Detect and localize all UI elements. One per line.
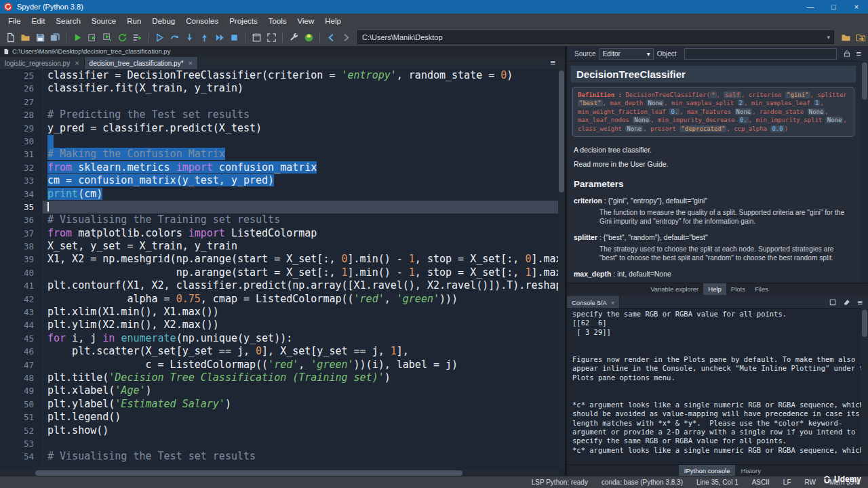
code-line-35[interactable]: 35 [0,201,558,214]
code-line-31[interactable]: 31# Making the Confusion Matrix [0,148,558,161]
menu-view[interactable]: View [292,17,320,25]
browse-tabs-icon[interactable]: ≡ [550,58,565,69]
preferences-icon[interactable] [286,30,301,44]
menu-source[interactable]: Source [86,17,121,25]
minimize-button[interactable]: — [799,0,822,14]
scrollbar-thumb[interactable] [559,70,564,192]
remove-variables-icon[interactable] [843,298,851,306]
menu-run[interactable]: Run [121,17,146,25]
menu-tools[interactable]: Tools [263,17,292,25]
code-line-40[interactable]: 40 np.arange(start = X_set[:, 1].min() -… [0,266,558,279]
help-options-icon[interactable]: ≡ [853,49,864,59]
code-line-48[interactable]: 48plt.title('Decision Tree Classificatio… [0,371,558,384]
code-line-33[interactable]: 33cm = confusion_matrix(y_test, y_pred) [0,174,558,187]
console-tab-history[interactable]: History [735,465,766,476]
code-line-47[interactable]: 47 c = ListedColormap(('red', 'green'))(… [0,359,558,371]
status-line-35-col-1: Line 35, Col 1 [696,479,738,486]
working-directory-dropdown-icon[interactable]: ▾ [823,34,833,41]
code-line-26[interactable]: 26classifier.fit(X_train, y_train) [0,82,558,95]
menu-edit[interactable]: Edit [26,17,51,25]
code-line-38[interactable]: 38X_set, y_set = X_train, y_train [0,240,558,253]
code-line-28[interactable]: 28# Predicting the Test set results [0,108,558,121]
menu-projects[interactable]: Projects [224,17,263,25]
code-line-30[interactable]: 30 [0,135,558,148]
save-icon[interactable] [33,30,47,44]
rerun-cell-icon[interactable] [115,30,130,44]
code-line-27[interactable]: 27 [0,96,558,108]
menu-file[interactable]: File [3,17,26,25]
editor-tab-logistic-regression-py[interactable]: logistic_regression.py× [0,57,85,69]
tab-close-icon[interactable]: × [611,299,615,306]
editor-tab-decision-tree-classification-py[interactable]: decision_tree_classification.py*× [85,57,198,69]
code-line-52[interactable]: 52plt.show() [0,424,558,437]
code-line-32[interactable]: 32from sklearn.metrics import confusion_… [0,161,558,174]
code-line-45[interactable]: 45for i, j in enumerate(np.unique(y_set)… [0,332,558,345]
tab-close-icon[interactable]: × [189,59,193,67]
open-file-icon[interactable] [18,30,33,44]
pane-tab-files[interactable]: Files [750,283,773,295]
stop-debug-icon[interactable] [226,30,241,44]
console-tab-ipython-console[interactable]: IPython console [679,465,736,476]
run-icon[interactable] [70,30,85,44]
run-selection-icon[interactable] [130,30,144,44]
close-button[interactable]: × [845,0,868,14]
code-line-37[interactable]: 37from matplotlib.colors import ListedCo… [0,227,558,240]
object-combobox[interactable] [684,48,837,60]
tab-close-icon[interactable]: × [75,59,79,67]
console-vertical-scrollbar[interactable] [861,308,868,465]
code-line-44[interactable]: 44plt.ylim(X2.min(), X2.max()) [0,319,558,331]
code-line-25[interactable]: 25classifier = DecisionTreeClassifier(cr… [0,69,558,82]
run-cell-icon[interactable] [85,30,100,44]
debug-icon[interactable] [152,30,167,44]
continue-icon[interactable] [212,30,226,44]
code-line-42[interactable]: 42 alpha = 0.75, cmap = ListedColormap((… [0,293,558,306]
python-env-icon[interactable] [301,30,316,44]
run-cell-advance-icon[interactable] [100,30,115,44]
working-directory-input[interactable] [358,33,823,41]
scrollbar-thumb[interactable] [35,470,462,476]
code-line-49[interactable]: 49plt.xlabel('Age') [0,384,558,397]
code-editor[interactable]: 25classifier = DecisionTreeClassifier(cr… [0,69,558,470]
scrollbar-thumb[interactable] [862,310,867,337]
code-line-54[interactable]: 54# Visualising the Test set results [0,450,558,463]
code-line-51[interactable]: 51plt.legend() [0,411,558,424]
code-line-43[interactable]: 43plt.xlim(X1.min(), X1.max()) [0,306,558,319]
forward-icon[interactable] [338,30,353,44]
editor-vertical-scrollbar[interactable] [558,69,565,470]
menu-help[interactable]: Help [319,17,347,25]
scrollbar-thumb[interactable] [862,62,867,100]
source-select[interactable]: Editor ▾ [599,48,654,60]
save-all-icon[interactable] [47,30,62,44]
interrupt-kernel-icon[interactable] [829,298,837,306]
menu-consoles[interactable]: Consoles [180,17,224,25]
menu-search[interactable]: Search [50,17,85,25]
maximize-button[interactable]: □ [822,0,845,14]
menu-debug[interactable]: Debug [146,17,180,25]
step-return-icon[interactable] [197,30,212,44]
step-over-icon[interactable] [167,30,182,44]
code-line-36[interactable]: 36# Visualising the Training set results [0,214,558,226]
code-line-41[interactable]: 41plt.contourf(X1, X2, classifier.predic… [0,279,558,292]
code-line-29[interactable]: 29y_pred = classifier.predict(X_test) [0,122,558,135]
back-icon[interactable] [323,30,338,44]
console-output[interactable]: specify the same RGB or RGBA value for a… [567,308,861,465]
code-line-50[interactable]: 50plt.ylabel('Estimated Salary') [0,398,558,411]
step-into-icon[interactable] [182,30,197,44]
pane-tab-variable-explorer[interactable]: Variable explorer [646,283,703,295]
toolbar-separator [319,33,320,43]
code-line-53[interactable]: 53 [0,437,558,450]
code-line-34[interactable]: 34print(cm) [0,188,558,201]
pane-tab-plots[interactable]: Plots [726,283,750,295]
set-console-directory-icon[interactable] [853,30,868,44]
console-options-icon[interactable]: ≡ [857,298,863,308]
pane-tab-help[interactable]: Help [703,283,726,295]
fullscreen-icon[interactable] [264,30,279,44]
browse-working-directory-icon[interactable] [838,30,853,44]
help-vertical-scrollbar[interactable] [861,61,868,298]
lock-icon[interactable] [841,49,853,58]
console-tab[interactable]: Console 5/A × [567,296,620,308]
code-line-46[interactable]: 46 plt.scatter(X_set[y_set == j, 0], X_s… [0,345,558,358]
new-file-icon[interactable] [3,30,18,44]
maximize-pane-icon[interactable] [249,30,264,44]
code-line-39[interactable]: 39X1, X2 = np.meshgrid(np.arange(start =… [0,253,558,266]
